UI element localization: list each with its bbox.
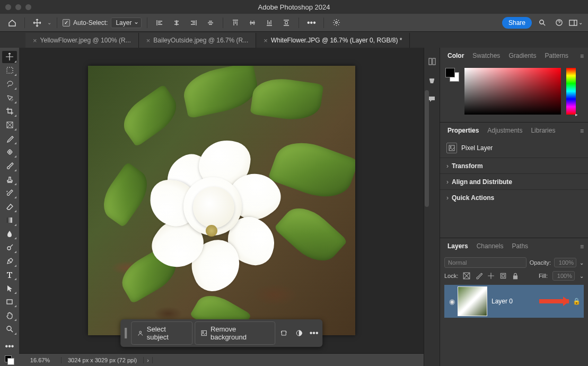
quick-actions-section[interactable]: Quick Actions — [440, 189, 588, 205]
align-left-icon[interactable] — [153, 16, 166, 30]
align-top-icon[interactable] — [229, 16, 242, 30]
panel-menu-icon[interactable]: ≡ — [580, 127, 584, 135]
marquee-tool[interactable] — [2, 65, 17, 77]
blur-tool[interactable] — [2, 228, 17, 240]
vertical-scrollbar[interactable] — [425, 90, 429, 207]
color-swatch-icon[interactable] — [2, 354, 17, 366]
eraser-tool[interactable] — [2, 201, 17, 213]
canvas-area: Select subject Remove background ••• 16.… — [19, 48, 424, 366]
blend-mode-dropdown[interactable]: Normal — [444, 257, 526, 268]
hue-slider[interactable] — [566, 68, 576, 115]
select-subject-button[interactable]: Select subject — [131, 321, 192, 345]
crop-tool[interactable] — [2, 106, 17, 118]
help-icon[interactable] — [552, 16, 566, 30]
eyedropper-tool[interactable] — [2, 133, 17, 145]
lock-transparent-icon[interactable] — [463, 272, 470, 280]
edit-toolbar-icon[interactable]: ••• — [2, 341, 17, 353]
align-bottom-icon[interactable] — [262, 16, 276, 30]
panel-icon-2[interactable] — [428, 76, 436, 86]
lasso-tool[interactable] — [2, 78, 17, 90]
stamp-tool[interactable] — [2, 173, 17, 186]
patterns-tab[interactable]: Patterns — [540, 48, 573, 64]
document-tab-3[interactable]: WhiteFlower.JPG @ 16.7% (Layer 0, RGB/8)… — [256, 33, 410, 48]
svg-rect-21 — [501, 273, 506, 278]
svg-rect-17 — [433, 58, 435, 65]
gradient-tool[interactable] — [2, 214, 17, 226]
lock-controls: Lock: Fill: 100% ⌄ — [444, 271, 584, 281]
svg-point-15 — [296, 330, 302, 336]
comments-icon[interactable] — [428, 95, 436, 105]
color-field[interactable] — [464, 68, 561, 115]
window-close[interactable] — [5, 4, 11, 10]
document-tab-2[interactable]: BaileyOutside.jpeg @ 16.7% (R... — [139, 33, 257, 48]
lock-all-icon[interactable] — [512, 272, 519, 280]
remove-background-button[interactable]: Remove background — [195, 321, 276, 345]
visibility-toggle-icon[interactable]: ◉ — [446, 298, 458, 306]
window-zoom[interactable] — [25, 4, 31, 10]
color-panel: Color Swatches Gradients Patterns ≡ — [440, 48, 588, 123]
distribute-icon[interactable] — [279, 16, 293, 30]
settings-icon[interactable] — [329, 16, 343, 30]
paths-tab[interactable]: Paths — [507, 238, 532, 254]
layers-tab[interactable]: Layers — [443, 238, 472, 254]
fill-input[interactable]: 100% — [552, 271, 575, 281]
shape-tool[interactable] — [2, 296, 17, 308]
align-section[interactable]: Align and Distribute — [440, 173, 588, 189]
home-button[interactable] — [5, 16, 19, 30]
adjustments-tab[interactable]: Adjustments — [483, 123, 526, 138]
path-select-tool[interactable] — [2, 282, 17, 294]
svg-point-14 — [203, 332, 204, 333]
move-tool-icon[interactable] — [30, 16, 44, 30]
align-hcenter-icon[interactable] — [170, 16, 183, 30]
more-options-icon[interactable]: ••• — [304, 16, 318, 30]
layer-name[interactable]: Layer 0 — [492, 298, 513, 305]
brush-tool[interactable] — [2, 160, 17, 172]
history-brush-tool[interactable] — [2, 187, 17, 199]
drag-handle-icon[interactable] — [125, 328, 127, 338]
more-tasks-icon[interactable]: ••• — [308, 326, 320, 340]
swatches-tab[interactable]: Swatches — [468, 48, 504, 64]
layer-row[interactable]: ◉ Layer 0 🔒 — [444, 285, 584, 318]
layer-thumbnail[interactable] — [458, 286, 487, 316]
panel-icon-1[interactable] — [428, 57, 436, 68]
transform-section[interactable]: Transform — [440, 158, 588, 173]
panel-menu-icon[interactable]: ≡ — [580, 53, 584, 60]
adjustment-icon[interactable] — [293, 326, 305, 340]
lock-position-icon[interactable] — [487, 272, 495, 280]
foreground-background-swatch[interactable] — [445, 68, 459, 82]
properties-tab[interactable]: Properties — [443, 123, 483, 138]
document-tab-1[interactable]: YellowFlower.jpeg @ 100% (R... — [25, 33, 139, 48]
libraries-tab[interactable]: Libraries — [526, 123, 559, 138]
auto-select-mode-dropdown[interactable]: Layer — [111, 18, 142, 28]
type-tool[interactable] — [2, 269, 17, 281]
zoom-tool[interactable] — [2, 323, 17, 335]
zoom-level[interactable]: 16.67% — [19, 357, 62, 363]
document-info[interactable]: 3024 px x 3029 px (72 ppi) — [62, 357, 144, 363]
align-right-icon[interactable] — [187, 16, 200, 30]
share-button[interactable]: Share — [502, 17, 532, 29]
color-tab[interactable]: Color — [443, 48, 468, 64]
document-canvas[interactable] — [88, 66, 355, 335]
transform-icon[interactable] — [277, 326, 290, 340]
opacity-input[interactable]: 100% — [554, 258, 576, 267]
frame-tool[interactable] — [2, 119, 17, 131]
pen-tool[interactable] — [2, 255, 17, 267]
svg-point-9 — [7, 247, 11, 250]
channels-tab[interactable]: Channels — [472, 238, 508, 254]
lock-pixels-icon[interactable] — [475, 272, 482, 280]
window-minimize[interactable] — [15, 4, 21, 10]
search-icon[interactable] — [535, 16, 549, 30]
layer-lock-icon[interactable]: 🔒 — [573, 298, 581, 305]
healing-tool[interactable] — [2, 146, 17, 159]
lock-artboard-icon[interactable] — [499, 272, 507, 280]
panel-menu-icon[interactable]: ≡ — [580, 243, 584, 250]
gradients-tab[interactable]: Gradients — [504, 48, 540, 64]
quick-select-tool[interactable] — [2, 92, 17, 104]
auto-select-checkbox[interactable] — [63, 19, 70, 27]
align-vcenter-icon[interactable] — [245, 16, 259, 30]
more-align-icon[interactable] — [204, 16, 217, 30]
dodge-tool[interactable] — [2, 241, 17, 254]
hand-tool[interactable] — [2, 309, 17, 321]
workspace-switcher-icon[interactable]: ⌄ — [569, 16, 583, 30]
move-tool[interactable] — [2, 51, 17, 63]
